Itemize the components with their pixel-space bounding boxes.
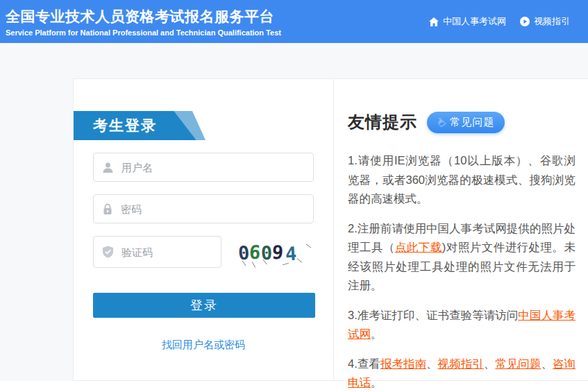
tip-item: 4.查看报考指南、视频指引、常见问题、咨询电话。 [348, 355, 576, 392]
faq-button-label: 常见问题 [450, 116, 494, 129]
tip-link[interactable]: 视频指引 [438, 357, 484, 370]
tip-link[interactable]: 中国人事考试网 [348, 309, 576, 341]
page-header: 全国专业技术人员资格考试报名服务平台 Service Platform for … [0, 0, 588, 43]
tip-item: 1.请使用IE浏览器（10以上版本）、谷歌浏览器，或者360浏览器的极速模式、搜… [348, 151, 576, 209]
captcha-row: 0 6 0 9 4 [93, 236, 314, 268]
captcha-image[interactable]: 0 6 0 9 4 [237, 236, 314, 268]
captcha-digit: 4 [285, 244, 297, 263]
tip-link[interactable]: 点此下载 [395, 241, 442, 253]
tip-link[interactable]: 常见问题 [495, 357, 541, 370]
tip-link[interactable]: 报考指南 [380, 357, 426, 370]
forgot-credentials-link[interactable]: 找回用户名或密码 [162, 339, 245, 350]
login-form: 0 6 0 9 4 登录 找回用户名或密码 [93, 153, 314, 352]
nav-link-label: 视频指引 [534, 15, 570, 28]
password-input[interactable] [121, 203, 305, 215]
page-background: 考生登录 [0, 43, 588, 381]
lock-icon [102, 203, 113, 215]
captcha-digit: 6 [249, 242, 262, 262]
captcha-noise-mark [297, 258, 303, 263]
header-title-block: 全国专业技术人员资格考试报名服务平台 Service Platform for … [6, 7, 281, 37]
login-panel: 考生登录 [74, 79, 333, 380]
captcha-field-wrap [93, 236, 221, 268]
nav-link-video-guide[interactable]: 视频指引 [520, 15, 570, 28]
tip-item: 3.准考证打印、证书查验等请访问中国人事考试网。 [348, 306, 576, 344]
tips-title: 友情提示 [348, 111, 417, 133]
user-icon [102, 162, 114, 173]
password-field-wrap [93, 194, 314, 223]
nav-link-cpta[interactable]: 中国人事考试网 [429, 15, 506, 28]
pointing-hand-icon: ☝ [435, 115, 448, 129]
shield-check-icon [102, 246, 114, 258]
captcha-digit: 9 [271, 242, 284, 262]
forgot-link-wrap: 找回用户名或密码 [93, 339, 314, 352]
content-card: 考生登录 [73, 78, 588, 381]
username-input[interactable] [121, 162, 305, 173]
site-title: 全国专业技术人员资格考试报名服务平台 [6, 7, 281, 26]
nav-link-label: 中国人事考试网 [443, 15, 506, 28]
tip-item: 2.注册前请使用中国人事考试网提供的照片处理工具（点此下载)对照片文件进行处理。… [348, 219, 576, 296]
login-button[interactable]: 登录 [93, 293, 315, 318]
tips-list: 1.请使用IE浏览器（10以上版本）、谷歌浏览器，或者360浏览器的极速模式、搜… [348, 151, 576, 392]
home-icon [429, 17, 439, 26]
site-subtitle: Service Platform for National Profession… [6, 28, 281, 37]
captcha-noise-mark [306, 244, 312, 248]
tips-header: 友情提示 ☝ 常见问题 [348, 111, 576, 133]
header-nav: 中国人事考试网 视频指引 [429, 15, 570, 28]
username-field-wrap [93, 153, 314, 182]
play-icon [520, 17, 530, 26]
login-panel-ribbon: 考生登录 [74, 111, 205, 140]
faq-button[interactable]: ☝ 常见问题 [427, 112, 505, 133]
tips-panel: 友情提示 ☝ 常见问题 1.请使用IE浏览器（10以上版本）、谷歌浏览器，或者3… [333, 79, 588, 380]
